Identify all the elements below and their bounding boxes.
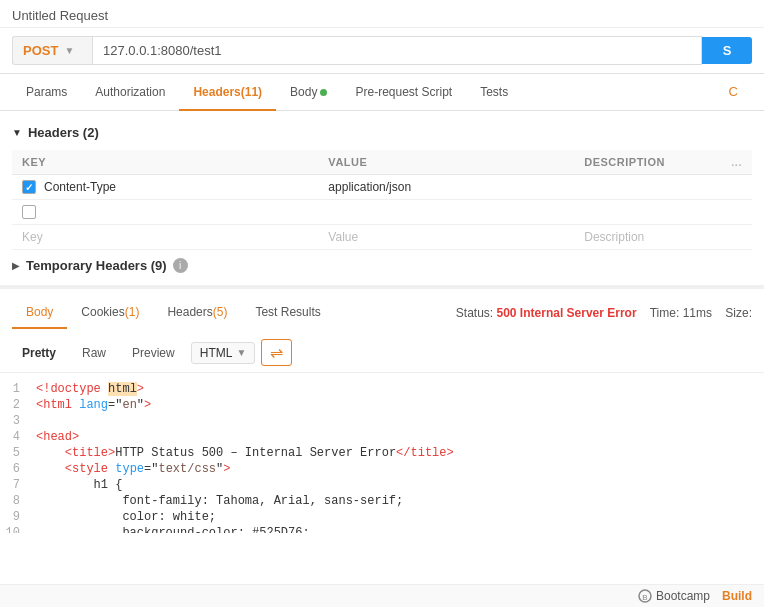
status-label: Status: (456, 306, 493, 320)
resp-cookies-label: Cookies (81, 305, 124, 319)
code-line: 7 h1 { (0, 477, 764, 493)
preview-button[interactable]: Preview (122, 342, 185, 364)
col-value-header: VALUE (318, 150, 574, 175)
code-line: 4 <head> (0, 429, 764, 445)
tab-params[interactable]: Params (12, 75, 81, 111)
tab-headers[interactable]: Headers(11) (179, 75, 276, 111)
line-num: 8 (0, 494, 36, 508)
send-button[interactable]: S (702, 37, 752, 64)
col-desc-header: DESCRIPTION (574, 150, 721, 175)
code-line: 10 background-color: #525D76; (0, 525, 764, 533)
code-line: 8 font-family: Tahoma, Arial, sans-serif… (0, 493, 764, 509)
tab-overflow[interactable]: C (715, 74, 752, 111)
chevron-down-icon: ▼ (236, 347, 246, 358)
format-bar: Pretty Raw Preview HTML ▼ ⇌ (0, 333, 764, 373)
method-label: POST (23, 43, 58, 58)
table-row: Key Value Description (12, 225, 752, 250)
line-num: 2 (0, 398, 36, 412)
row1-desc-cell (574, 175, 721, 200)
headers-section-label: Headers (2) (28, 125, 99, 140)
code-line: 2 <html lang="en"> (0, 397, 764, 413)
headers-toggle[interactable]: ▼ Headers (2) (12, 119, 752, 146)
col-key-header: KEY (12, 150, 318, 175)
line-content: <title>HTTP Status 500 – Internal Server… (36, 446, 454, 460)
raw-button[interactable]: Raw (72, 342, 116, 364)
code-line: 9 color: white; (0, 509, 764, 525)
response-tabs: Body Cookies(1) Headers(5) Test Results (12, 297, 456, 329)
info-icon[interactable]: i (173, 258, 188, 273)
resp-tab-testresults[interactable]: Test Results (241, 297, 334, 329)
line-num: 9 (0, 510, 36, 524)
row2-more-cell (721, 200, 752, 225)
resp-headers-badge: (5) (213, 305, 228, 319)
line-num: 7 (0, 478, 36, 492)
line-content: <!doctype html> (36, 382, 144, 396)
temp-headers-arrow-icon: ▶ (12, 260, 20, 271)
placeholder-key-cell[interactable]: Key (12, 225, 318, 250)
chevron-down-icon: ▼ (64, 45, 74, 56)
resp-tab-headers[interactable]: Headers(5) (153, 297, 241, 329)
row2-value-cell (318, 200, 574, 225)
status-info: Status: 500 Internal Server Error Time: … (456, 306, 752, 320)
headers-arrow-icon: ▼ (12, 127, 22, 138)
temporary-headers[interactable]: ▶ Temporary Headers (9) i (0, 250, 764, 281)
line-num: 5 (0, 446, 36, 460)
code-line: 1 <!doctype html> (0, 381, 764, 397)
row1-value-cell: application/json (318, 175, 574, 200)
section-divider (0, 285, 764, 289)
line-num: 10 (0, 526, 36, 533)
time-value: 11ms (683, 306, 712, 320)
resp-tab-cookies[interactable]: Cookies(1) (67, 297, 153, 329)
body-dot-icon (320, 89, 327, 96)
url-bar: POST ▼ S (0, 28, 764, 74)
row1-checkbox[interactable]: ✓ (22, 180, 36, 194)
wrap-button[interactable]: ⇌ (261, 339, 292, 366)
wrap-icon: ⇌ (270, 343, 283, 362)
placeholder-value-cell[interactable]: Value (318, 225, 574, 250)
line-content: <html lang="en"> (36, 398, 151, 412)
table-row: ✓ Content-Type application/json (12, 175, 752, 200)
code-line: 5 <title>HTTP Status 500 – Internal Serv… (0, 445, 764, 461)
line-num: 4 (0, 430, 36, 444)
format-select[interactable]: HTML ▼ (191, 342, 256, 364)
key-cell (12, 200, 318, 225)
request-tabs: Params Authorization Headers(11) Body Pr… (0, 74, 764, 111)
status-code: 500 Internal Server Error (497, 306, 637, 320)
placeholder-desc-cell[interactable]: Description (574, 225, 721, 250)
tab-prerequest[interactable]: Pre-request Script (341, 75, 466, 111)
resp-headers-label: Headers (167, 305, 212, 319)
tab-headers-label: Headers (193, 85, 240, 99)
time-label: Time: (650, 306, 680, 320)
format-label: HTML (200, 346, 233, 360)
app-title: Untitled Request (0, 0, 764, 28)
line-num: 3 (0, 414, 36, 428)
code-line: 3 (0, 413, 764, 429)
row1-key-value: Content-Type (44, 180, 116, 194)
tab-body[interactable]: Body (276, 75, 341, 111)
url-input[interactable] (92, 36, 702, 65)
line-content: <style type="text/css"> (36, 462, 230, 476)
code-area: 1 <!doctype html> 2 <html lang="en"> 3 4… (0, 373, 764, 533)
tab-authorization[interactable]: Authorization (81, 75, 179, 111)
line-content: <head> (36, 430, 79, 444)
headers-table-head-row: KEY VALUE DESCRIPTION ... (12, 150, 752, 175)
row2-checkbox[interactable] (22, 205, 36, 219)
pretty-button[interactable]: Pretty (12, 342, 66, 364)
row2-desc-cell (574, 200, 721, 225)
method-select[interactable]: POST ▼ (12, 36, 92, 65)
response-bar: Body Cookies(1) Headers(5) Test Results … (0, 293, 764, 333)
headers-table: KEY VALUE DESCRIPTION ... ✓ Content-Type… (12, 150, 752, 250)
resp-tab-body[interactable]: Body (12, 297, 67, 329)
table-row (12, 200, 752, 225)
placeholder-more-cell (721, 225, 752, 250)
row1-more-cell (721, 175, 752, 200)
tab-tests[interactable]: Tests (466, 75, 522, 111)
col-more-header: ... (721, 150, 752, 175)
resp-cookies-badge: (1) (125, 305, 140, 319)
line-content: color: white; (36, 510, 216, 524)
size-label: Size: (725, 306, 752, 320)
temp-headers-label: Temporary Headers (9) (26, 258, 167, 273)
line-num: 1 (0, 382, 36, 396)
code-line: 6 <style type="text/css"> (0, 461, 764, 477)
key-cell: ✓ Content-Type (12, 175, 318, 200)
